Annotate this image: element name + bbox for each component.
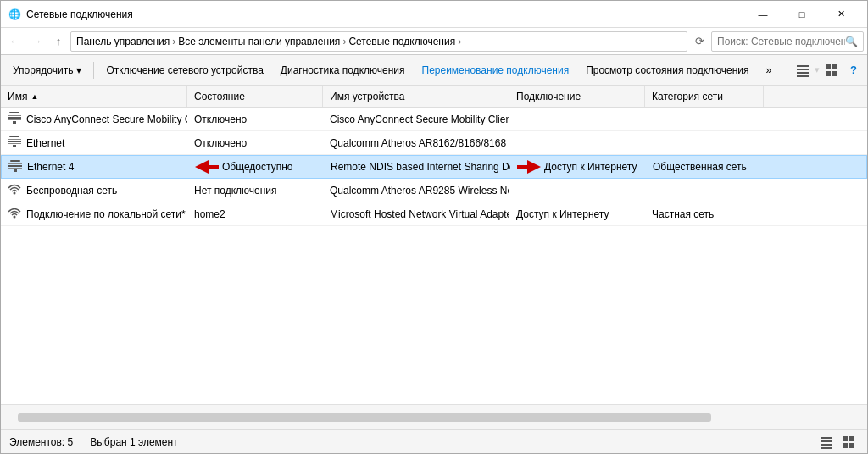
row1-conn — [509, 108, 645, 130]
search-icon: 🔍 — [845, 36, 858, 47]
content-area: Имя ▲ Состояние Имя устройства Подключен… — [1, 86, 867, 429]
rename-button[interactable]: Переименование подключения — [414, 58, 578, 82]
breadcrumb[interactable]: Панель управления › Все элементы панели … — [70, 31, 687, 52]
svg-rect-3 — [797, 75, 809, 77]
svg-marker-23 — [195, 160, 219, 174]
row1-status: Отключено — [187, 108, 323, 130]
svg-rect-4 — [826, 64, 831, 69]
breadcrumb-item-3: Сетевые подключения — [348, 36, 455, 47]
disable-button[interactable]: Отключение сетевого устройства — [97, 58, 271, 82]
svg-rect-34 — [843, 443, 848, 448]
col-header-status[interactable]: Состояние — [187, 86, 323, 107]
svg-rect-13 — [8, 141, 21, 142]
title-bar: 🌐 Сетевые подключения — □ ✕ — [1, 1, 867, 28]
svg-rect-1 — [797, 69, 809, 70]
wifi-icon — [8, 183, 21, 197]
view-details-btn[interactable] — [793, 60, 813, 80]
window-title: Сетевые подключения — [26, 8, 743, 20]
row1-category — [645, 108, 764, 130]
refresh-button[interactable]: ⟳ — [689, 31, 709, 52]
column-header: Имя ▲ Состояние Имя устройства Подключен… — [1, 86, 867, 108]
list-area: Cisco AnyConnect Secure Mobility Client … — [1, 108, 867, 226]
diagnose-button[interactable]: Диагностика подключения — [272, 58, 414, 82]
svg-rect-33 — [849, 436, 854, 441]
minimize-button[interactable]: — — [743, 1, 782, 28]
view-status-button[interactable]: Просмотр состояния подключения — [577, 58, 757, 82]
horizontal-scrollbar[interactable] — [1, 404, 867, 429]
status-bar: Элементов: 5 Выбран 1 элемент — [1, 429, 867, 453]
organize-button[interactable]: Упорядочить ▾ — [4, 58, 90, 82]
view-separator: ▾ — [815, 64, 820, 75]
close-button[interactable]: ✕ — [821, 1, 860, 28]
breadcrumb-item-1: Панель управления — [76, 36, 170, 47]
forward-button[interactable]: → — [26, 31, 47, 52]
organize-chevron: ▾ — [76, 64, 81, 76]
maximize-button[interactable]: □ — [782, 1, 821, 28]
more-button[interactable]: » — [758, 58, 781, 82]
svg-rect-17 — [13, 145, 16, 147]
help-btn[interactable]: ? — [843, 60, 864, 80]
up-button[interactable]: ↑ — [48, 31, 69, 52]
elements-count: Элементов: 5 — [9, 436, 73, 448]
svg-marker-24 — [517, 160, 541, 174]
address-bar: ← → ↑ Панель управления › Все элементы п… — [1, 28, 867, 55]
row3-name: Ethernet 4 — [2, 156, 188, 178]
row2-name: Ethernet — [1, 131, 187, 154]
row2-conn — [509, 131, 645, 154]
row3-status: Общедоступно — [188, 156, 324, 178]
back-button[interactable]: ← — [4, 31, 25, 52]
row4-status: Нет подключения — [187, 179, 323, 202]
svg-rect-9 — [8, 115, 21, 116]
row5-device: Microsoft Hosted Network Virtual Adapter — [323, 202, 509, 225]
list-item[interactable]: Cisco AnyConnect Secure Mobility Client … — [1, 108, 867, 131]
row3-category: Общественная сеть — [646, 156, 765, 178]
svg-rect-14 — [8, 139, 21, 140]
row4-name: Беспроводная сеть — [1, 179, 187, 202]
search-input[interactable] — [717, 36, 845, 47]
svg-rect-6 — [826, 71, 831, 76]
svg-rect-15 — [8, 143, 21, 144]
wifi-icon — [8, 207, 21, 221]
window-icon: 🌐 — [8, 8, 21, 21]
status-view-details[interactable] — [816, 432, 837, 452]
svg-rect-0 — [797, 65, 809, 67]
svg-rect-12 — [13, 121, 16, 124]
row4-conn — [509, 179, 645, 202]
list-item[interactable]: Подключение по локальной сети* 11 home2 … — [1, 202, 867, 226]
row1-name: Cisco AnyConnect Secure Mobility Client … — [1, 108, 187, 130]
svg-rect-32 — [843, 436, 848, 441]
view-large-btn[interactable] — [821, 60, 842, 80]
row5-category: Частная сеть — [645, 202, 764, 225]
status-bar-view-buttons — [816, 432, 859, 452]
svg-rect-2 — [797, 72, 809, 74]
list-scroll-area: Cisco AnyConnect Secure Mobility Client … — [1, 108, 867, 404]
svg-rect-11 — [9, 112, 19, 114]
row5-name: Подключение по локальной сети* 11 — [1, 202, 187, 225]
status-view-large[interactable] — [838, 432, 859, 452]
list-item[interactable]: Ethernet Отключено Qualcomm Atheros AR81… — [1, 131, 867, 155]
col-header-connection[interactable]: Подключение — [509, 86, 645, 107]
sort-arrow-name: ▲ — [31, 92, 38, 101]
network-icon — [8, 112, 21, 126]
toolbar-separator-1 — [93, 62, 94, 79]
svg-rect-5 — [832, 64, 837, 69]
svg-rect-31 — [821, 447, 832, 449]
svg-rect-21 — [10, 160, 20, 162]
row4-category — [645, 179, 764, 202]
search-box[interactable]: 🔍 — [711, 31, 864, 52]
toolbar: Упорядочить ▾ Отключение сетевого устрой… — [1, 55, 867, 86]
svg-rect-8 — [8, 117, 21, 119]
view-buttons: ▾ ? — [793, 60, 864, 80]
list-item[interactable]: Ethernet 4 Общедоступно Remote NDIS base… — [1, 155, 867, 179]
organize-label: Упорядочить — [13, 64, 73, 76]
row5-conn: Доступ к Интернету — [509, 202, 645, 225]
breadcrumb-sep-2: › — [342, 36, 346, 47]
network-icon — [8, 136, 21, 150]
list-item[interactable]: Беспроводная сеть Нет подключения Qualco… — [1, 179, 867, 202]
row2-category — [645, 131, 764, 154]
col-header-device[interactable]: Имя устройства — [323, 86, 509, 107]
svg-rect-20 — [8, 168, 22, 169]
svg-rect-18 — [8, 165, 22, 167]
col-header-category[interactable]: Категория сети — [645, 86, 764, 107]
col-header-name[interactable]: Имя ▲ — [1, 86, 187, 107]
